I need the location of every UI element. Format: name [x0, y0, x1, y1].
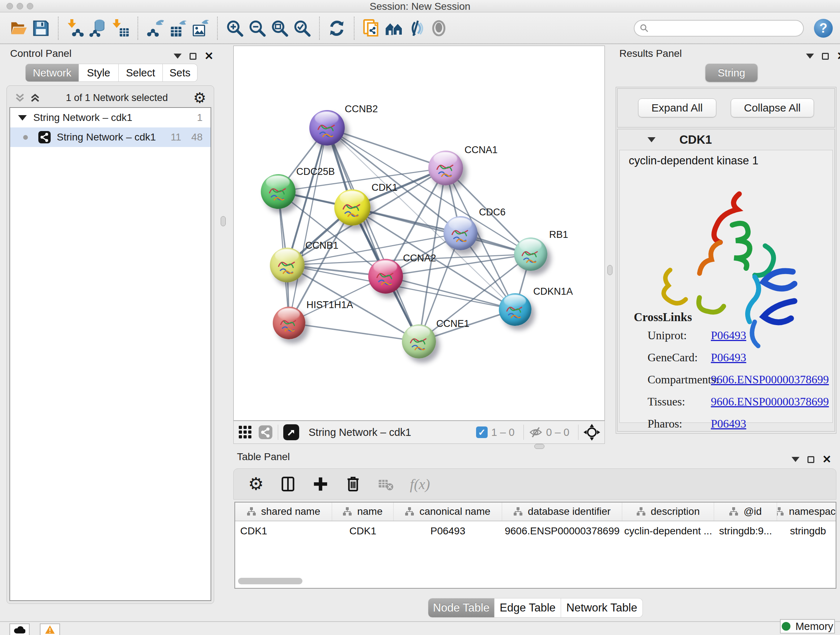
- fit-selection-crosshair-icon[interactable]: [584, 424, 600, 440]
- clear-table-icon[interactable]: [377, 476, 394, 492]
- expand-all-icon[interactable]: [30, 93, 41, 102]
- column-header-shared-name[interactable]: shared name: [235, 502, 332, 521]
- hide-graphics-details-icon[interactable]: [405, 17, 428, 40]
- network-node-ccne1[interactable]: [402, 325, 436, 358]
- expand-all-button[interactable]: Expand All: [638, 98, 716, 117]
- panel-menu-icon[interactable]: [791, 457, 799, 462]
- import-database-icon[interactable]: [87, 17, 109, 40]
- table-horizontal-scrollbar[interactable]: [238, 578, 302, 584]
- table-cell[interactable]: stringdb: [777, 525, 836, 537]
- table-cell[interactable]: cyclin-dependent ...: [622, 525, 714, 537]
- toolbar-separator: [319, 17, 320, 40]
- network-node-cdc25b[interactable]: [261, 174, 295, 209]
- network-node-hist1h1a[interactable]: [273, 307, 305, 339]
- detach-view-icon[interactable]: [283, 424, 299, 440]
- panel-close-icon[interactable]: ✕: [822, 454, 831, 465]
- table-header-row: shared namenamecanonical namedatabase id…: [235, 502, 836, 521]
- right-splitter-handle[interactable]: [607, 265, 613, 275]
- panel-close-icon[interactable]: ✕: [204, 51, 213, 62]
- tab-network-table[interactable]: Network Table: [561, 598, 643, 618]
- column-header-@id[interactable]: @id: [714, 502, 777, 521]
- cloud-status-button[interactable]: [9, 624, 30, 635]
- export-table-icon[interactable]: [166, 17, 189, 40]
- column-header-name[interactable]: name: [332, 502, 393, 521]
- export-image-icon[interactable]: [189, 17, 211, 40]
- network-node-ccna2[interactable]: [368, 259, 403, 294]
- refresh-icon[interactable]: [325, 17, 348, 40]
- import-table-icon[interactable]: [109, 17, 132, 40]
- memory-button[interactable]: Memory: [780, 619, 835, 633]
- column-header-description[interactable]: description: [622, 502, 714, 521]
- panel-close-icon[interactable]: ✕: [837, 51, 840, 62]
- zoom-out-icon[interactable]: [246, 17, 268, 40]
- panel-float-icon[interactable]: [807, 456, 814, 463]
- zoom-fit-icon[interactable]: [268, 17, 291, 40]
- tab-node-table[interactable]: Node Table: [428, 598, 494, 618]
- tab-select[interactable]: Select: [118, 64, 163, 82]
- crosslink-link[interactable]: 9606.ENSP00000378699: [711, 373, 829, 386]
- birds-eye-view-icon[interactable]: [428, 17, 450, 40]
- table-cell[interactable]: CDK1: [332, 525, 393, 537]
- grid-view-icon[interactable]: [238, 425, 253, 440]
- network-home-icon[interactable]: [383, 17, 405, 40]
- table-cell[interactable]: P06493: [393, 525, 502, 537]
- table-cell[interactable]: CDK1: [235, 525, 332, 537]
- panel-menu-icon[interactable]: [806, 54, 814, 59]
- network-node-cdc6[interactable]: [444, 216, 477, 250]
- table-row[interactable]: CDK1CDK1P064939606.ENSP00000378699cyclin…: [235, 521, 836, 541]
- function-builder-icon[interactable]: f(x): [410, 476, 430, 493]
- collapse-all-icon[interactable]: [14, 93, 25, 102]
- network-node-cdkn1a[interactable]: [499, 293, 531, 326]
- warnings-button[interactable]: [40, 624, 60, 635]
- network-node-ccnb1[interactable]: [270, 248, 305, 282]
- column-visibility-icon[interactable]: [279, 476, 296, 492]
- column-header-canonical-name[interactable]: canonical name: [393, 502, 502, 521]
- table-cell[interactable]: stringdb:9...: [714, 525, 777, 537]
- delete-column-icon[interactable]: [345, 476, 362, 492]
- zoom-in-icon[interactable]: [224, 17, 246, 40]
- horizontal-splitter-handle[interactable]: [534, 444, 545, 449]
- table-cell[interactable]: 9606.ENSP00000378699: [502, 525, 622, 537]
- crosslink-link[interactable]: 9606.ENSP00000378699: [711, 395, 829, 409]
- panel-menu-icon[interactable]: [174, 54, 182, 59]
- export-network-icon[interactable]: [144, 17, 166, 40]
- panel-float-icon[interactable]: [822, 53, 829, 60]
- network-collection-row[interactable]: String Network – cdk1 1: [10, 108, 210, 127]
- tab-network[interactable]: Network: [25, 64, 79, 82]
- left-splitter-handle[interactable]: [221, 216, 226, 226]
- gene-expander-icon[interactable]: [647, 137, 655, 142]
- column-header-database-identifier[interactable]: database identifier: [502, 502, 622, 521]
- search-field[interactable]: [634, 20, 804, 36]
- zoom-selected-icon[interactable]: [291, 17, 313, 40]
- tab-edge-table[interactable]: Edge Table: [494, 598, 561, 618]
- column-header-namespace[interactable]: namespace: [777, 502, 836, 521]
- node-label-ccnb1: CCNB1: [305, 240, 339, 251]
- collapse-all-button[interactable]: Collapse All: [731, 98, 814, 117]
- crosslink-link[interactable]: P06493: [711, 417, 746, 431]
- collection-expander-icon[interactable]: [18, 115, 27, 120]
- table-options-gear-icon[interactable]: ⚙: [248, 475, 264, 493]
- network-node-ccna1[interactable]: [428, 150, 463, 185]
- selected-nodes-checkbox-icon[interactable]: ✓: [476, 426, 488, 438]
- panel-float-icon[interactable]: [189, 53, 196, 60]
- gene-section-header[interactable]: CDK1: [617, 130, 835, 150]
- tab-sets[interactable]: Sets: [163, 64, 197, 82]
- save-session-icon[interactable]: [30, 17, 52, 40]
- network-view-icon[interactable]: [258, 425, 273, 440]
- import-network-icon[interactable]: [65, 17, 87, 40]
- network-options-gear-icon[interactable]: ⚙: [193, 90, 206, 105]
- duplicate-network-icon[interactable]: [360, 17, 383, 40]
- tab-style[interactable]: Style: [79, 64, 118, 82]
- add-column-icon[interactable]: [312, 476, 329, 492]
- network-node-cdk1[interactable]: [334, 189, 370, 226]
- network-row[interactable]: String Network – cdk1 11 48: [10, 127, 210, 147]
- search-input[interactable]: [649, 22, 798, 34]
- network-node-ccnb2[interactable]: [309, 110, 345, 146]
- help-icon[interactable]: ?: [814, 19, 833, 38]
- crosslink-link[interactable]: P06493: [711, 351, 746, 364]
- crosslink-link[interactable]: P06493: [711, 329, 746, 342]
- open-session-icon[interactable]: [7, 17, 30, 40]
- tab-string[interactable]: String: [706, 64, 758, 82]
- network-node-rb1[interactable]: [514, 238, 547, 271]
- network-view-canvas[interactable]: CCNB2CCNA1CDC25BCDK1CDC6RB1CCNB1CCNA2CDK…: [233, 46, 605, 421]
